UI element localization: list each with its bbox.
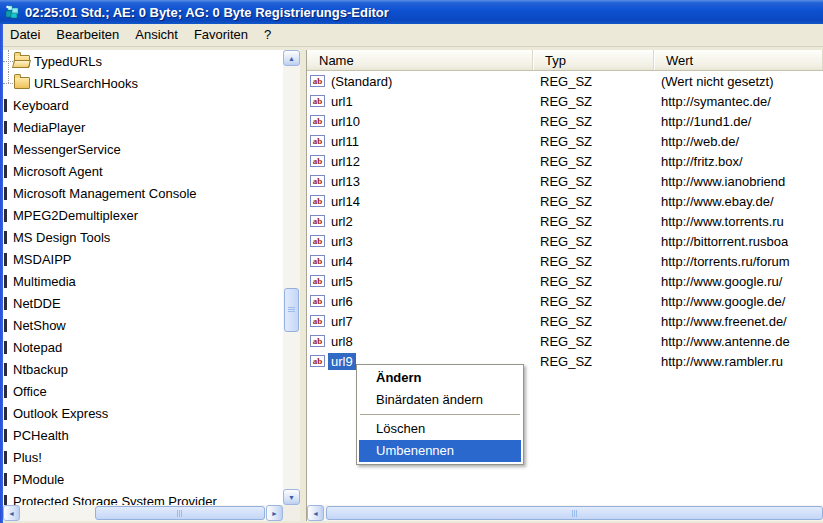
scroll-down-button[interactable]: ▼ — [283, 489, 300, 505]
scrollbar-corner — [283, 505, 300, 521]
value-type-cell: REG_SZ — [533, 314, 654, 329]
list-horizontal-scrollbar[interactable]: ◄ — [307, 505, 823, 521]
tree-horizontal-scrollbar[interactable]: ◄ ► — [3, 505, 283, 521]
registry-value-row-url1[interactable]: aburl1REG_SZhttp://symantec.de/ — [307, 91, 823, 111]
tree-item-ntbackup[interactable]: Ntbackup — [3, 358, 283, 380]
context-menu-item-umbenennen[interactable]: Umbenennen — [359, 440, 521, 462]
clipped-key-icon — [4, 187, 7, 200]
string-value-icon: ab — [310, 255, 325, 267]
tree-item-messengerservice[interactable]: MessengerService — [3, 138, 283, 160]
clipped-key-icon — [4, 165, 7, 178]
tree-item-outlook-express[interactable]: Outlook Express — [3, 402, 283, 424]
tree-item-keyboard[interactable]: Keyboard — [3, 94, 283, 116]
registry-value-row-url5[interactable]: aburl5REG_SZhttp://www.google.ru/ — [307, 271, 823, 291]
tree-item-urlsearchhooks[interactable]: URLSearchHooks — [3, 72, 283, 94]
list-hscroll-thumb[interactable] — [326, 506, 823, 520]
tree-item-msdaipp[interactable]: MSDAIPP — [3, 248, 283, 270]
tree-item-multimedia[interactable]: Multimedia — [3, 270, 283, 292]
tree-item-mpeg2demultiplexer[interactable]: MPEG2Demultiplexer — [3, 204, 283, 226]
value-name-cell: ab(Standard) — [307, 73, 533, 90]
registry-value-row-url6[interactable]: aburl6REG_SZhttp://www.google.de/ — [307, 291, 823, 311]
context-menu-item-ndern[interactable]: Ändern — [359, 367, 521, 389]
registry-value-row-standard[interactable]: ab(Standard)REG_SZ(Wert nicht gesetzt) — [307, 71, 823, 91]
tree-item-office[interactable]: Office — [3, 380, 283, 402]
value-type-cell: REG_SZ — [533, 334, 654, 349]
scroll-right-button[interactable]: ► — [266, 505, 283, 521]
string-value-icon: ab — [310, 135, 325, 147]
clipped-key-icon — [4, 473, 7, 486]
tree-item-label: MS Design Tools — [13, 230, 114, 245]
registry-value-row-url2[interactable]: aburl2REG_SZhttp://www.torrents.ru — [307, 211, 823, 231]
tree-item-typedurls[interactable]: TypedURLs — [3, 50, 283, 72]
value-name: url6 — [328, 293, 356, 310]
registry-value-row-url4[interactable]: aburl4REG_SZhttp://torrents.ru/forum — [307, 251, 823, 271]
scroll-thumb-grip-icon — [177, 510, 183, 517]
registry-value-row-url12[interactable]: aburl12REG_SZhttp://fritz.box/ — [307, 151, 823, 171]
value-name-cell: aburl4 — [307, 253, 533, 270]
string-value-icon: ab — [310, 295, 325, 307]
menu-datei[interactable]: Datei — [2, 25, 48, 45]
tree-item-pmodule[interactable]: PModule — [3, 468, 283, 490]
context-menu-item-l-schen[interactable]: Löschen — [359, 418, 521, 440]
tree-item-netdde[interactable]: NetDDE — [3, 292, 283, 314]
column-header-wert[interactable]: Wert — [654, 50, 823, 70]
tree-connector-line — [3, 83, 13, 84]
string-value-icon: ab — [310, 215, 325, 227]
clipped-key-icon — [4, 363, 7, 376]
tree-vscroll-thumb[interactable] — [284, 288, 299, 332]
tree-item-label: Protected Storage System Provider — [13, 494, 221, 506]
menu-ansicht[interactable]: Ansicht — [127, 25, 186, 45]
tree-vertical-scrollbar[interactable]: ▲ ▼ — [283, 50, 300, 505]
scroll-left-icon: ◄ — [8, 510, 15, 517]
tree-item-microsoft-management-console[interactable]: Microsoft Management Console — [3, 182, 283, 204]
tree-item-protected-storage-system-provider[interactable]: Protected Storage System Provider — [3, 490, 283, 505]
menu-favoriten[interactable]: Favoriten — [186, 25, 256, 45]
clipped-key-icon — [4, 407, 7, 420]
tree-item-label: Keyboard — [13, 98, 73, 113]
regedit-app-icon — [4, 4, 20, 20]
tree-item-microsoft-agent[interactable]: Microsoft Agent — [3, 160, 283, 182]
value-name-cell: aburl2 — [307, 213, 533, 230]
tree-item-ms-design-tools[interactable]: MS Design Tools — [3, 226, 283, 248]
registry-value-row-url11[interactable]: aburl11REG_SZhttp://web.de/ — [307, 131, 823, 151]
registry-value-row-url3[interactable]: aburl3REG_SZhttp://bittorrent.rusboa — [307, 231, 823, 251]
folder-closed-icon — [14, 77, 30, 89]
registry-value-row-url7[interactable]: aburl7REG_SZhttp://www.freenet.de/ — [307, 311, 823, 331]
tree-item-pchealth[interactable]: PCHealth — [3, 424, 283, 446]
context-menu-item-bin-rdaten-ndern[interactable]: Binärdaten ändern — [359, 389, 521, 411]
title-bar[interactable]: 02:25:01 Std.; AE: 0 Byte; AG: 0 Byte Re… — [0, 0, 823, 24]
scroll-up-button[interactable]: ▲ — [283, 50, 300, 66]
value-name: url4 — [328, 253, 356, 270]
scroll-left-button[interactable]: ◄ — [3, 505, 20, 521]
value-name-cell: aburl13 — [307, 173, 533, 190]
registry-value-row-url13[interactable]: aburl13REG_SZhttp://www.ianobriend — [307, 171, 823, 191]
column-header-typ[interactable]: Typ — [533, 50, 654, 70]
value-name: url14 — [328, 193, 363, 210]
clipped-key-icon — [4, 209, 7, 222]
value-type-cell: REG_SZ — [533, 74, 654, 89]
registry-value-row-url8[interactable]: aburl8REG_SZhttp://www.antenne.de — [307, 331, 823, 351]
registry-value-row-url10[interactable]: aburl10REG_SZhttp://1und1.de/ — [307, 111, 823, 131]
tree-item-label: MSDAIPP — [13, 252, 76, 267]
value-type-cell: REG_SZ — [533, 294, 654, 309]
regedit-window: 02:25:01 Std.; AE: 0 Byte; AG: 0 Byte Re… — [0, 0, 823, 523]
clipped-key-icon — [4, 121, 7, 134]
tree-hscroll-thumb[interactable] — [95, 506, 265, 520]
menu-[interactable]: ? — [256, 25, 279, 45]
registry-value-row-url14[interactable]: aburl14REG_SZhttp://www.ebay.de/ — [307, 191, 823, 211]
tree-item-plus[interactable]: Plus! — [3, 446, 283, 468]
registry-tree-pane: TypedURLsURLSearchHooksKeyboardMediaPlay… — [3, 50, 300, 521]
scroll-left-button[interactable]: ◄ — [307, 505, 324, 521]
tree-item-netshow[interactable]: NetShow — [3, 314, 283, 336]
value-data-cell: http://bittorrent.rusboa — [654, 234, 823, 249]
tree-item-notepad[interactable]: Notepad — [3, 336, 283, 358]
tree-item-mediaplayer[interactable]: MediaPlayer — [3, 116, 283, 138]
string-value-icon: ab — [310, 95, 325, 107]
tree-item-label: PCHealth — [13, 428, 73, 443]
column-header-name[interactable]: Name — [307, 50, 533, 70]
menu-bearbeiten[interactable]: Bearbeiten — [48, 25, 127, 45]
clipped-key-icon — [4, 231, 7, 244]
value-data-cell: http://www.ebay.de/ — [654, 194, 823, 209]
tree-item-label: Outlook Express — [13, 406, 112, 421]
clipped-key-icon — [4, 319, 7, 332]
